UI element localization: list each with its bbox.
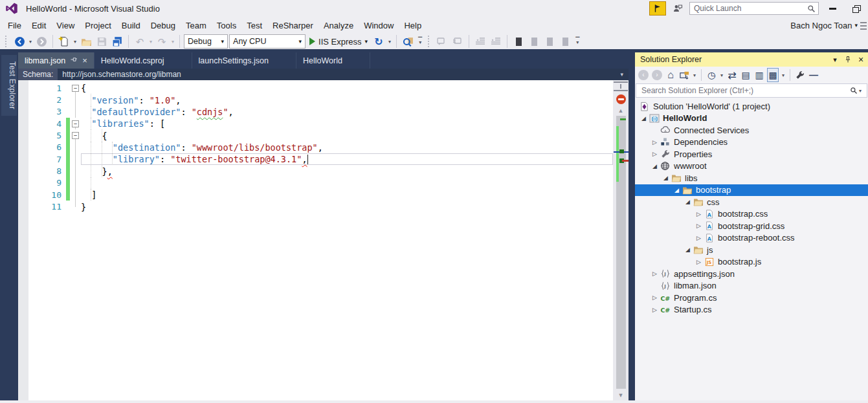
tree-item-libs[interactable]: ◢libs — [635, 172, 868, 184]
collapsed-expander-icon[interactable]: ▷ — [694, 211, 704, 217]
save-all-button[interactable] — [110, 34, 124, 49]
tree-item-bootstrap-reboot-css[interactable]: ▷Abootstrap-reboot.css — [635, 232, 868, 245]
schema-dropdown-icon[interactable]: ▾ — [620, 71, 629, 78]
solution-configuration-combo[interactable]: Debug ▾ — [184, 34, 228, 49]
forward-button[interactable]: › — [651, 68, 663, 82]
expanded-expander-icon[interactable]: ◢ — [683, 199, 693, 205]
minimize-button[interactable] — [823, 1, 842, 16]
quick-launch-input[interactable] — [693, 3, 807, 14]
code-line-6[interactable]: 6"destination": "wwwroot/libs/bootstrap"… — [28, 142, 613, 153]
test-explorer-tab[interactable]: Test Explorer — [1, 55, 17, 116]
collapsed-expander-icon[interactable]: ▷ — [694, 259, 704, 265]
refresh-dropdown-icon[interactable]: ▾ — [387, 39, 392, 45]
menu-item-test[interactable]: Test — [241, 18, 267, 33]
expanded-expander-icon[interactable]: ◢ — [639, 115, 649, 122]
expanded-expander-icon[interactable]: ◢ — [661, 175, 671, 181]
tree-item-css[interactable]: ◢css — [635, 196, 868, 208]
refresh-button[interactable]: ↻ — [372, 34, 386, 49]
code-line-9[interactable]: 9 — [28, 177, 613, 189]
collapse-all-button[interactable]: ▤ — [740, 68, 751, 82]
document-tab-libman-json[interactable]: libman.json× — [18, 52, 95, 69]
fold-margin[interactable]: − — [70, 129, 81, 141]
scroll-down-arrow[interactable]: ▼ — [618, 390, 624, 400]
menu-item-project[interactable]: Project — [80, 18, 116, 33]
menu-item-analyze[interactable]: Analyze — [318, 18, 359, 33]
increase-indent-button[interactable] — [489, 34, 503, 49]
expanded-expander-icon[interactable]: ◢ — [683, 246, 693, 253]
tree-item-bootstrap-js[interactable]: ▷JSbootstrap.js — [635, 256, 868, 268]
new-file-button[interactable] — [57, 34, 71, 49]
code-line-1[interactable]: 1−{ — [28, 82, 613, 94]
close-icon[interactable]: × — [855, 54, 867, 65]
toolbar-overflow-button[interactable]: ▔▾ — [416, 39, 424, 44]
navigate-forward-button[interactable] — [34, 34, 49, 49]
menu-item-resharper[interactable]: ReSharper — [267, 18, 318, 33]
collapsed-expander-icon[interactable]: ▷ — [650, 270, 660, 277]
tree-item-dependencies[interactable]: ▷Dependencies — [635, 136, 868, 149]
collapsed-expander-icon[interactable]: ▷ — [694, 223, 704, 229]
user-dropdown-icon[interactable]: ▾ — [854, 22, 858, 28]
redo-dropdown-icon[interactable]: ▾ — [170, 39, 175, 45]
tree-item-helloworld[interactable]: ◢HelloWorld — [635, 113, 868, 125]
tree-item-startup-cs[interactable]: ▷C#Startup.cs — [635, 304, 868, 316]
start-debugging-button[interactable]: IIS Express ▾ — [307, 34, 370, 49]
tree-item-appsettings-json[interactable]: ▷Jappsettings.json — [635, 268, 868, 280]
switch-views-button[interactable] — [678, 68, 690, 82]
comment-out-button[interactable] — [435, 34, 449, 49]
sync-with-active-document-button[interactable]: ⇄ — [726, 68, 738, 82]
tree-item-bootstrap-css[interactable]: ▷Abootstrap.css — [635, 208, 868, 221]
collapse-region-icon[interactable]: − — [72, 120, 79, 127]
tree-item-js[interactable]: ◢js — [635, 244, 868, 256]
solution-explorer-search-input[interactable] — [640, 85, 850, 96]
menu-item-debug[interactable]: Debug — [146, 18, 181, 33]
new-file-dropdown-icon[interactable]: ▾ — [72, 39, 78, 45]
feedback-icon[interactable] — [670, 1, 685, 16]
clear-bookmarks-button[interactable] — [558, 34, 572, 49]
document-tab-launchsettings-json[interactable]: launchSettings.json — [192, 52, 296, 69]
collapsed-expander-icon[interactable]: ▷ — [650, 139, 660, 146]
tree-item-properties[interactable]: ▷Properties — [635, 148, 868, 160]
tree-item-program-cs[interactable]: ▷C#Program.cs — [635, 292, 868, 304]
undo-button[interactable]: ↶ — [133, 34, 147, 49]
tree-item-wwwroot[interactable]: ◢wwwroot — [635, 160, 868, 173]
back-button[interactable]: ‹ — [638, 68, 649, 82]
decrease-indent-button[interactable] — [473, 34, 487, 49]
user-avatar-icon[interactable] — [860, 21, 867, 30]
navigate-backward-dropdown-icon[interactable]: ▾ — [28, 39, 33, 45]
tree-item-connected-services[interactable]: Connected Services — [635, 124, 868, 136]
toolbar-overflow-button[interactable]: ▔▾ — [573, 39, 581, 44]
collapsed-expander-icon[interactable]: ▷ — [650, 294, 660, 301]
menu-item-view[interactable]: View — [51, 18, 80, 33]
pending-changes-dropdown-icon[interactable]: ▾ — [719, 72, 724, 78]
home-button[interactable]: ⌂ — [665, 68, 676, 82]
collapse-region-icon[interactable]: − — [72, 85, 79, 92]
tree-item-solution-helloworld-1-project[interactable]: Solution 'HelloWorld' (1 project) — [635, 100, 868, 113]
expanded-expander-icon[interactable]: ◢ — [650, 163, 660, 169]
line-content[interactable]: } — [81, 201, 613, 212]
show-all-files-dropdown-icon[interactable]: ▾ — [781, 72, 786, 78]
line-content[interactable]: "library": "twitter-bootstrap@4.3.1", — [81, 153, 613, 165]
code-line-11[interactable]: 11} — [28, 201, 613, 212]
menu-item-help[interactable]: Help — [399, 18, 427, 33]
code-line-5[interactable]: 5−{ — [28, 129, 613, 141]
save-button[interactable] — [95, 34, 109, 49]
copy-view-button[interactable]: ▥ — [753, 68, 765, 82]
menu-item-tools[interactable]: Tools — [212, 18, 241, 33]
breakpoint-margin[interactable] — [18, 80, 28, 400]
pin-icon[interactable] — [70, 56, 78, 65]
pending-changes-filter-button[interactable]: ◷ — [706, 68, 717, 82]
tree-item-bootstrap-grid-css[interactable]: ▷Abootstrap-grid.css — [635, 220, 868, 232]
code-line-8[interactable]: 8}, — [28, 165, 613, 177]
fold-margin[interactable]: − — [70, 82, 81, 94]
document-tab-helloworld[interactable]: HelloWorld — [296, 52, 370, 69]
close-icon[interactable]: × — [82, 56, 87, 65]
line-content[interactable]: { — [81, 82, 613, 94]
preview-selected-items-button[interactable]: — — [808, 68, 819, 82]
navigate-backward-button[interactable] — [12, 34, 27, 49]
menu-item-team[interactable]: Team — [181, 18, 212, 33]
scrollbar-track[interactable] — [616, 116, 626, 389]
redo-button[interactable]: ↷ — [155, 34, 169, 49]
tree-item-libman-json[interactable]: Jlibman.json — [635, 280, 868, 292]
find-in-files-button[interactable] — [401, 34, 415, 49]
toolbar-grip[interactable] — [5, 36, 8, 47]
